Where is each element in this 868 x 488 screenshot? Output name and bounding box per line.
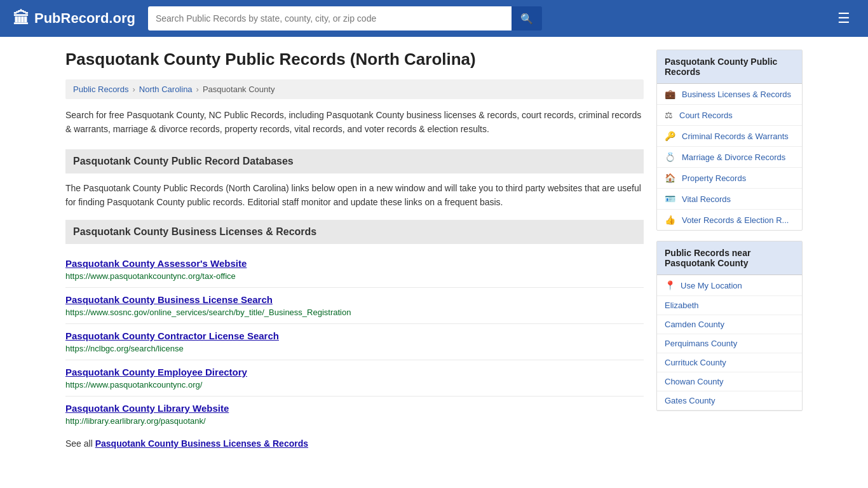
record-url-1[interactable]: https://www.sosnc.gov/online_services/se…: [65, 308, 351, 317]
hamburger-button[interactable]: ☰: [832, 8, 855, 29]
nearby-item-4[interactable]: Chowan County: [657, 372, 802, 391]
record-url-3[interactable]: https://www.pasquotankcountync.org/: [65, 380, 202, 390]
breadcrumb-pasquotank: Pasquotank County: [203, 85, 275, 94]
scales-icon: ⚖: [665, 110, 673, 120]
sidebar: Pasquotank County Public Records 💼 Busin…: [656, 50, 803, 449]
sidebar-item-voter[interactable]: 👍 Voter Records & Election R...: [657, 210, 802, 230]
content-area: Pasquotank County Public Records (North …: [65, 50, 644, 449]
nearby-item-3[interactable]: Currituck County: [657, 353, 802, 372]
sidebar-item-label-voter: Voter Records & Election R...: [682, 215, 789, 225]
thumbsup-icon: 👍: [665, 215, 675, 225]
county-records-box: Pasquotank County Public Records 💼 Busin…: [656, 50, 803, 231]
see-all-text: See all Pasquotank County Business Licen…: [65, 438, 644, 449]
sidebar-item-court[interactable]: ⚖ Court Records: [657, 105, 802, 126]
record-entry: Pasquotank County Assessor's Website htt…: [65, 252, 644, 288]
record-title-2[interactable]: Pasquotank County Contractor License Sea…: [65, 330, 644, 341]
breadcrumb-public-records[interactable]: Public Records: [73, 85, 128, 94]
sidebar-item-marriage[interactable]: 💍 Marriage & Divorce Records: [657, 147, 802, 168]
sidebar-item-criminal[interactable]: 🔑 Criminal Records & Warrants: [657, 126, 802, 147]
databases-section-body: The Pasquotank County Public Records (No…: [65, 181, 644, 210]
breadcrumb-sep-1: ›: [132, 85, 135, 94]
ring-icon: 💍: [665, 152, 675, 162]
search-button[interactable]: 🔍: [512, 6, 542, 30]
sidebar-item-label-criminal: Criminal Records & Warrants: [682, 132, 789, 141]
sidebar-item-vital[interactable]: 🪪 Vital Records: [657, 189, 802, 210]
breadcrumb-sep-2: ›: [196, 85, 199, 94]
logo[interactable]: 🏛 PubRecord.org: [13, 9, 135, 29]
nearby-box-title: Public Records near Pasquotank County: [657, 241, 802, 275]
breadcrumb: Public Records › North Carolina › Pasquo…: [65, 79, 644, 99]
record-url-0[interactable]: https://www.pasquotankcountync.org/tax-o…: [65, 271, 236, 281]
record-entry: Pasquotank County Business License Searc…: [65, 288, 644, 324]
breadcrumb-north-carolina[interactable]: North Carolina: [139, 85, 193, 94]
sidebar-item-label-business: Business Licenses & Records: [682, 90, 791, 99]
record-entry: Pasquotank County Employee Directory htt…: [65, 360, 644, 396]
sidebar-item-property[interactable]: 🏠 Property Records: [657, 168, 802, 189]
record-entry: Pasquotank County Library Website http:/…: [65, 396, 644, 432]
record-url-4[interactable]: http://library.earlibrary.org/pasquotank…: [65, 416, 206, 426]
use-my-location[interactable]: 📍 Use My Location: [657, 275, 802, 296]
location-pin-icon: 📍: [665, 280, 675, 290]
search-bar-container: 🔍: [148, 6, 542, 30]
use-my-location-label: Use My Location: [681, 281, 742, 290]
nearby-item-5[interactable]: Gates County: [657, 391, 802, 410]
record-title-4[interactable]: Pasquotank County Library Website: [65, 403, 644, 414]
sidebar-item-label-vital: Vital Records: [682, 194, 731, 204]
record-title-1[interactable]: Pasquotank County Business License Searc…: [65, 294, 644, 305]
page-title: Pasquotank County Public Records (North …: [65, 50, 644, 69]
briefcase-icon: 💼: [665, 89, 675, 99]
sidebar-item-label-court: Court Records: [679, 111, 733, 120]
logo-icon: 🏛: [13, 9, 29, 29]
sidebar-item-label-marriage: Marriage & Divorce Records: [682, 152, 785, 162]
key-icon: 🔑: [665, 131, 675, 141]
record-title-3[interactable]: Pasquotank County Employee Directory: [65, 367, 644, 377]
header: 🏛 PubRecord.org 🔍 ☰: [0, 0, 868, 37]
see-all-link[interactable]: Pasquotank County Business Licenses & Re…: [95, 438, 308, 449]
sidebar-item-business[interactable]: 💼 Business Licenses & Records: [657, 84, 802, 105]
county-box-title: Pasquotank County Public Records: [657, 50, 802, 84]
main-container: Pasquotank County Public Records (North …: [53, 37, 815, 461]
nearby-item-2[interactable]: Perquimans County: [657, 334, 802, 353]
id-icon: 🪪: [665, 194, 675, 204]
databases-section-header: Pasquotank County Public Record Database…: [65, 149, 644, 173]
search-input[interactable]: [148, 6, 512, 30]
search-icon: 🔍: [520, 13, 533, 24]
record-title-0[interactable]: Pasquotank County Assessor's Website: [65, 258, 644, 269]
sidebar-item-label-property: Property Records: [682, 173, 746, 183]
house-icon: 🏠: [665, 173, 675, 183]
nearby-records-box: Public Records near Pasquotank County 📍 …: [656, 241, 803, 411]
business-section-header: Pasquotank County Business Licenses & Re…: [65, 220, 644, 244]
record-url-2[interactable]: https://nclbgc.org/search/license: [65, 344, 184, 353]
page-description: Search for free Pasquotank County, NC Pu…: [65, 108, 644, 137]
nearby-item-0[interactable]: Elizabeth: [657, 296, 802, 315]
record-entry: Pasquotank County Contractor License Sea…: [65, 324, 644, 360]
logo-text: PubRecord.org: [34, 10, 135, 27]
nearby-item-1[interactable]: Camden County: [657, 315, 802, 334]
